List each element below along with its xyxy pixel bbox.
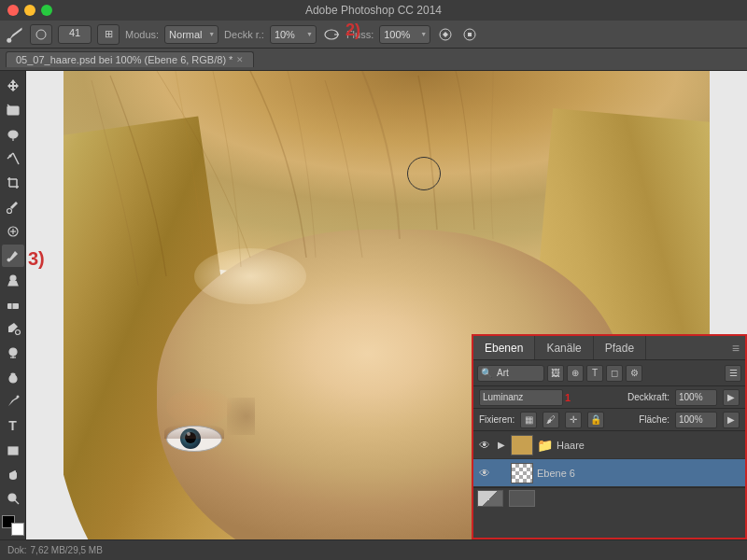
tablet-pressure-icon[interactable] xyxy=(436,25,455,44)
layer-expand-haare[interactable]: ▶ xyxy=(496,440,507,451)
shape-tool-icon[interactable] xyxy=(2,439,24,461)
text-tool-icon[interactable]: T xyxy=(2,414,24,437)
layer-row-haare[interactable]: 👁 ▶ 📁 Haare xyxy=(473,431,745,459)
crop-tool-icon[interactable] xyxy=(2,172,24,194)
layer-name-ebene6: Ebene 6 xyxy=(537,468,741,479)
paint-bucket-icon[interactable] xyxy=(2,317,24,340)
layer-thumb-haare xyxy=(511,435,533,455)
selection-tool-icon[interactable] xyxy=(2,99,24,121)
cheek-highlight xyxy=(166,388,232,426)
hand-tool-icon[interactable] xyxy=(2,463,24,485)
svg-point-0 xyxy=(7,37,11,42)
bottom-thumb-2[interactable] xyxy=(509,490,535,507)
tab-kanaele[interactable]: Kanäle xyxy=(535,336,593,359)
canvas-area: Ebenen Kanäle Pfade ≡ 🔍 Art 🖼 xyxy=(26,71,747,539)
svg-rect-32 xyxy=(8,447,18,455)
bottom-thumb-1[interactable] xyxy=(477,490,503,507)
mode-label: Modus: xyxy=(125,29,159,40)
blend-mode-row: Luminanz Normal 1 Deckkraft: 100% ▶ xyxy=(473,386,745,409)
layer-visibility-ebene6[interactable]: 👁 xyxy=(477,466,492,481)
opacity-select-wrap[interactable]: 10% xyxy=(270,25,317,44)
brush-size-picker[interactable] xyxy=(30,24,52,45)
brush-tool-icon[interactable] xyxy=(6,25,24,44)
color-swatches[interactable] xyxy=(2,515,24,536)
svg-point-21 xyxy=(7,259,10,262)
svg-rect-23 xyxy=(7,303,19,309)
lock-all-btn[interactable]: 🔒 xyxy=(587,412,604,428)
brush-options-icon[interactable]: ⊞ xyxy=(97,24,120,45)
mode-select[interactable]: Normal Luminanz xyxy=(164,25,218,44)
layer-row-ebene6[interactable]: 👁 Ebene 6 xyxy=(473,459,745,487)
blur-tool-icon[interactable] xyxy=(2,342,24,364)
step3-label: 3) xyxy=(28,248,45,270)
mode-select-wrap[interactable]: Normal Luminanz xyxy=(164,25,218,44)
layer-smart-btn[interactable]: ⚙ xyxy=(626,365,642,382)
fill-row: Fixieren: ▦ 🖌 ✛ 🔒 Fläche: 100% ▶ xyxy=(473,409,745,431)
main-area: 3) xyxy=(0,71,747,539)
tab-pfade[interactable]: Pfade xyxy=(594,336,646,359)
fill-label: Fläche: xyxy=(639,414,669,425)
fullscreen-button[interactable] xyxy=(41,5,52,16)
airbrush-icon[interactable] xyxy=(322,25,341,44)
traffic-lights xyxy=(7,5,52,16)
layer-filter-toggle[interactable]: ☰ xyxy=(725,365,741,382)
panel-close-icon[interactable]: ≡ xyxy=(726,336,745,359)
zoom-tool-icon[interactable] xyxy=(2,487,24,510)
layer-thumb-ebene6 xyxy=(511,463,533,483)
fill-select[interactable]: 100% xyxy=(675,412,717,428)
svg-line-10 xyxy=(13,153,19,164)
svg-point-25 xyxy=(15,330,20,335)
svg-point-22 xyxy=(10,275,16,281)
layer-shape-btn[interactable]: ◻ xyxy=(606,365,623,382)
clone-stamp-icon[interactable] xyxy=(2,269,24,291)
panel-bottom-bar xyxy=(473,487,745,508)
eyedropper-icon[interactable] xyxy=(2,196,24,218)
tab-ebenen[interactable]: Ebenen xyxy=(473,336,535,359)
app-title: Adobe Photoshop CC 2014 xyxy=(305,4,442,17)
move-tool-icon[interactable] xyxy=(2,75,24,97)
tab-close-icon[interactable]: ✕ xyxy=(236,55,244,64)
brush-tool-left-icon[interactable] xyxy=(2,245,24,267)
svg-point-31 xyxy=(16,396,19,399)
layer-img-btn[interactable]: 🖼 xyxy=(547,365,564,382)
layers-toolbar: 🔍 Art 🖼 ⊕ T ◻ ⚙ ☰ xyxy=(473,360,745,386)
layers-panel: Ebenen Kanäle Pfade ≡ 🔍 Art 🖼 xyxy=(472,334,747,539)
hair-texture-svg xyxy=(63,71,710,304)
blend-mode-select[interactable]: Luminanz Normal xyxy=(479,389,563,406)
layers-list: 👁 ▶ 📁 Haare 👁 Ebene 6 xyxy=(473,431,745,487)
panel-resize-handle[interactable] xyxy=(473,336,479,538)
lock-position-btn[interactable]: ✛ xyxy=(565,412,582,428)
svg-line-34 xyxy=(15,500,19,504)
tab-bar: 05_07_haare.psd bei 100% (Ebene 6, RGB/8… xyxy=(0,49,747,71)
svg-point-28 xyxy=(11,373,15,375)
dodge-tool-icon[interactable] xyxy=(2,366,24,388)
lock-pixels-btn[interactable]: 🖌 xyxy=(543,412,559,428)
magic-wand-icon[interactable] xyxy=(2,147,24,170)
opacity-label: Deckk r.: xyxy=(224,29,264,40)
minimize-button[interactable] xyxy=(24,5,35,16)
flow-select[interactable]: 100% xyxy=(379,25,430,44)
background-color[interactable] xyxy=(11,523,24,536)
layer-text-btn[interactable]: T xyxy=(586,365,603,382)
layer-adjust-btn[interactable]: ⊕ xyxy=(567,365,584,382)
opacity-more-btn[interactable]: ▶ xyxy=(723,389,740,406)
opacity-select[interactable]: 100% xyxy=(675,389,717,406)
tablet-flow-icon[interactable] xyxy=(460,25,479,44)
lasso-tool-icon[interactable] xyxy=(2,123,24,146)
brush-size-input[interactable]: 41 xyxy=(58,25,92,44)
svg-point-12 xyxy=(8,155,11,158)
healing-brush-icon[interactable] xyxy=(2,220,24,243)
blend-mode-indicator: 1 xyxy=(565,392,571,403)
title-bar: Adobe Photoshop CC 2014 xyxy=(0,0,747,21)
close-button[interactable] xyxy=(7,5,19,16)
eraser-icon[interactable] xyxy=(2,293,24,315)
fill-more-btn[interactable]: ▶ xyxy=(723,412,740,428)
layer-visibility-haare[interactable]: 👁 xyxy=(477,438,492,453)
svg-point-26 xyxy=(9,348,17,356)
opacity-select[interactable]: 10% xyxy=(270,25,317,44)
document-tab[interactable]: 05_07_haare.psd bei 100% (Ebene 6, RGB/8… xyxy=(6,51,254,67)
flow-select-wrap[interactable]: 100% xyxy=(379,25,430,44)
filter-type-select[interactable]: Art xyxy=(494,365,541,382)
lock-transparent-btn[interactable]: ▦ xyxy=(520,412,537,428)
pen-tool-icon[interactable] xyxy=(2,390,24,413)
